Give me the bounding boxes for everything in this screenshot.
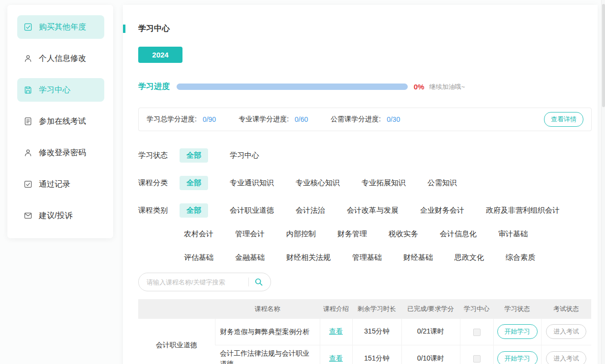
filter-option[interactable]: 金融基础 (235, 253, 265, 262)
progress-note: 继续加油哦~ (429, 83, 465, 91)
filter-course-category: 课程分类 全部 专业通识知识 专业核心知识 专业拓展知识 公需知识 (138, 175, 592, 190)
filter-label: 学习状态 (138, 148, 180, 163)
filter-option[interactable]: 政府及非营利组织会计 (486, 206, 560, 215)
filter-option[interactable]: 管理基础 (352, 253, 382, 262)
filter-option[interactable]: 学习中心 (230, 151, 259, 160)
filter-option[interactable]: 内部控制 (286, 229, 316, 239)
search-input[interactable] (147, 279, 246, 286)
sidebar-item-change-password[interactable]: 修改登录密码 (17, 141, 104, 165)
credit-label: 学习总学分进度: (147, 115, 197, 124)
sidebar-item-label: 参加在线考试 (39, 116, 86, 127)
start-study-button[interactable]: 开始学习 (497, 324, 538, 339)
filter-course-type: 课程类别 全部 会计职业道德 会计法治 会计改革与发展 企业财务会计 政府及非营… (138, 203, 592, 265)
filter-option[interactable]: 专业拓展知识 (362, 178, 406, 188)
sidebar-item-online-exam[interactable]: 参加在线考试 (17, 110, 104, 133)
th-study-status: 学习状态 (493, 299, 541, 319)
filter-option[interactable]: 财经基础 (403, 253, 433, 262)
th-course-name: 课程名称 (215, 299, 320, 319)
table-header-row: 课程名称 课程介绍 剩余学习时长 已完成/要求学分 学习中心 学习状态 考试状态 (138, 299, 591, 319)
sidebar-item-personal-info[interactable]: 个人信息修改 (17, 47, 104, 70)
filter-option[interactable]: 财经相关法规 (286, 253, 331, 262)
main-content: 学习中心 2024 学习进度 0% 继续加油哦~ 学习总学分进度: 0/90 专… (123, 5, 598, 364)
filter-option[interactable]: 综合素质 (506, 253, 535, 262)
filter-option[interactable]: 会计信息化 (440, 229, 477, 239)
view-intro-link[interactable]: 查看 (329, 354, 343, 362)
th-exam-status: 考试状态 (541, 299, 591, 319)
sidebar-item-label: 通过记录 (39, 179, 70, 190)
sidebar-item-label: 学习中心 (39, 85, 70, 95)
filter-option[interactable]: 思政文化 (454, 253, 484, 262)
filter-option[interactable]: 专业通识知识 (230, 178, 274, 188)
credit-value: 0/90 (203, 115, 216, 123)
course-name-cell: 会计工作法律法规与会计职业道德 (215, 345, 320, 364)
course-table: 课程名称 课程介绍 剩余学习时长 已完成/要求学分 学习中心 学习状态 考试状态… (138, 299, 591, 364)
sidebar-item-label: 建议/投诉 (39, 211, 72, 221)
mail-icon (23, 211, 33, 221)
user-icon (23, 54, 33, 63)
credit-label: 专业课学分进度: (239, 115, 289, 124)
enter-exam-button[interactable]: 进入考试 (546, 351, 586, 364)
progress-bar (177, 84, 408, 90)
filter-study-status: 学习状态 全部 学习中心 (138, 148, 592, 163)
view-intro-link[interactable]: 查看 (329, 327, 343, 335)
filter-chip-all[interactable]: 全部 (180, 176, 208, 190)
scrollbar-thumb[interactable] (602, 4, 605, 107)
title-accent-bar (123, 25, 125, 33)
page-title: 学习中心 (138, 24, 170, 34)
th-remaining-time: 剩余学习时长 (352, 299, 401, 319)
filter-chip-all[interactable]: 全部 (180, 203, 208, 218)
credit-total: 学习总学分进度: 0/90 (147, 115, 216, 124)
filter-chip-all[interactable]: 全部 (180, 148, 208, 163)
th-category (138, 299, 215, 319)
credit-summary-box: 学习总学分进度: 0/90 专业课学分进度: 0/60 公需课学分进度: 0/3… (138, 108, 592, 131)
filter-option[interactable]: 管理会计 (235, 229, 265, 239)
filter-option[interactable]: 农村会计 (184, 229, 213, 239)
sidebar-item-label: 修改登录密码 (39, 148, 86, 158)
start-study-button[interactable]: 开始学习 (497, 351, 538, 364)
filter-option[interactable]: 企业财务会计 (420, 206, 464, 215)
page-scrollbar[interactable] (601, 0, 605, 364)
course-search (138, 273, 271, 291)
filter-option[interactable]: 会计职业道德 (230, 206, 274, 215)
filter-option[interactable]: 财务管理 (337, 229, 367, 239)
search-icon[interactable] (254, 277, 264, 287)
credits-cell: 0/10课时 (401, 345, 460, 364)
sidebar-item-pass-records[interactable]: 通过记录 (17, 172, 104, 196)
credit-label: 公需课学分进度: (331, 115, 381, 124)
filter-label: 课程类别 (138, 203, 180, 265)
filter-option[interactable]: 评估基础 (184, 253, 213, 262)
enter-exam-button[interactable]: 进入考试 (546, 324, 586, 339)
remaining-time-cell: 151分钟 (352, 345, 401, 364)
filter-option[interactable]: 公需知识 (427, 178, 457, 188)
sidebar: 购买其他年度 个人信息修改 学习中心 参加在线考试 修改登录密码 通过记录 (7, 5, 113, 238)
record-check-icon (23, 179, 33, 189)
sidebar-item-learning-center[interactable]: 学习中心 (17, 78, 104, 102)
filter-option[interactable]: 审计基础 (498, 229, 528, 239)
filter-option[interactable]: 专业核心知识 (296, 178, 340, 188)
view-details-button[interactable]: 查看详情 (544, 112, 583, 127)
credit-major: 专业课学分进度: 0/60 (239, 115, 308, 124)
filter-option[interactable]: 会计法治 (296, 206, 325, 215)
th-learning-center: 学习中心 (460, 299, 493, 319)
sidebar-item-label: 购买其他年度 (39, 22, 86, 32)
page-title-row: 学习中心 (138, 24, 592, 34)
credit-value: 0/30 (387, 115, 400, 123)
filter-option[interactable]: 会计改革与发展 (347, 206, 398, 215)
progress-label: 学习进度 (138, 82, 170, 92)
sidebar-item-suggestions[interactable]: 建议/投诉 (17, 204, 104, 227)
th-credits: 已完成/要求学分 (401, 299, 460, 319)
progress-section: 学习进度 0% 继续加油哦~ (138, 82, 592, 92)
row-checkbox[interactable] (473, 329, 481, 336)
th-intro: 课程介绍 (320, 299, 352, 319)
filter-option[interactable]: 税收实务 (389, 229, 418, 239)
sidebar-item-buy-other-years[interactable]: 购买其他年度 (17, 15, 104, 39)
search-divider (248, 278, 249, 286)
row-checkbox[interactable] (473, 355, 481, 363)
credit-value: 0/60 (295, 115, 308, 123)
course-category-cell: 会计职业道德 (138, 319, 215, 364)
year-tab-2024[interactable]: 2024 (138, 47, 182, 63)
filter-label: 课程分类 (138, 175, 180, 190)
document-icon (23, 116, 33, 126)
credits-cell: 0/21课时 (401, 319, 460, 345)
course-name-cell: 财务造假与舞弊典型案例分析 (215, 319, 320, 345)
